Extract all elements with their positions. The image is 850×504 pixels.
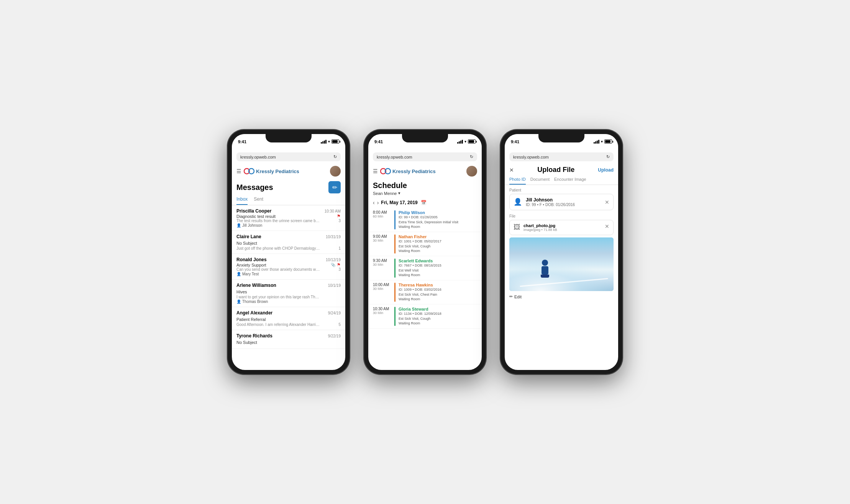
logo-svg-1: [244, 167, 254, 175]
list-item[interactable]: Ronald Jones 10/12/19 Anxiety Support 📎 …: [232, 254, 345, 280]
list-item[interactable]: Claire Lane 10/31/19 No Subject Just got…: [232, 231, 345, 254]
file-row: 🖼 chart_photo.jpg image/jpeg • 71.88 kB …: [509, 220, 614, 235]
tab-photo-id[interactable]: Photo ID: [509, 177, 526, 185]
schedule-title: Schedule: [373, 181, 407, 190]
messages-screen: Messages ✏ Inbox Sent Priscilla Cooper 1…: [232, 180, 345, 370]
app-name-1: Kressly Pediatrics: [256, 169, 299, 174]
url-bar-3[interactable]: kressly.opweb.com ↻: [509, 152, 614, 161]
appt-time: 8:00 AM: [373, 210, 391, 214]
appt-details: ID: 1001 • DOB: 05/02/2017Est Sick Visit…: [399, 239, 477, 254]
app-header-2: ☰ Kressly Pediatrics: [368, 164, 482, 180]
list-item[interactable]: Priscilla Cooper 10:30 AM Diagnostic tes…: [232, 205, 345, 231]
appt-details: ID: 99 • DOB: 01/26/2005Extra Time Sick,…: [399, 215, 477, 229]
msg-preview: Just got off the phone with CHOP Dermato…: [236, 246, 321, 250]
upload-button[interactable]: Upload: [598, 167, 614, 173]
avatar-1: [330, 166, 341, 177]
remove-patient-button[interactable]: ✕: [605, 199, 609, 205]
appt-details: ID: 1134 • DOB: 12/09/2018Est Sick Visit…: [399, 311, 477, 326]
chevron-down-icon: ▾: [398, 191, 400, 196]
msg-time: 9/22/19: [328, 334, 341, 338]
list-item[interactable]: 10:30 AM 30 Min Gloria Steward ID: 1134 …: [368, 304, 482, 329]
reload-icon-3[interactable]: ↻: [606, 154, 610, 159]
msg-preview: Can you send over those anxiety document…: [236, 267, 321, 272]
url-bar-1[interactable]: kressly.opweb.com ↻: [236, 152, 341, 161]
menu-icon-1[interactable]: ☰: [236, 168, 241, 174]
tab-document[interactable]: Document: [530, 177, 550, 185]
list-item[interactable]: Angel Alexander 9/24/19 Patient Referral…: [232, 307, 345, 330]
close-button[interactable]: ✕: [509, 167, 514, 173]
tab-sent[interactable]: Sent: [254, 196, 263, 205]
reload-icon-2[interactable]: ↻: [470, 154, 473, 159]
status-icons-1: ▾: [321, 137, 339, 144]
prev-arrow[interactable]: ‹: [373, 200, 375, 206]
wifi-icon-1: ▾: [328, 139, 330, 144]
list-item[interactable]: 8:00 AM 60 Min Philip Wilson ID: 99 • DO…: [368, 208, 482, 232]
appt-details: ID: 1009 • DOB: 03/02/2016Est Sick Visit…: [399, 287, 477, 302]
edit-button[interactable]: ✏ Edit: [509, 291, 614, 302]
time-1: 9:41: [238, 137, 246, 144]
menu-icon-2[interactable]: ☰: [373, 168, 378, 174]
remove-file-button[interactable]: ✕: [605, 223, 609, 229]
appt-time: 10:00 AM: [373, 283, 391, 287]
appt-time: 9:00 AM: [373, 234, 391, 239]
messages-title: Messages: [236, 183, 273, 192]
notch-2: [402, 134, 448, 142]
patient-meta: ID: 99 • F • DOB: 01/26/2016: [526, 203, 602, 207]
url-text-2: kressly.opweb.com: [377, 155, 412, 159]
status-icons-3: ▾: [594, 137, 612, 144]
upload-tabs: Photo ID Document Encounter Image: [505, 177, 618, 185]
appt-duration: 30 Min: [373, 287, 391, 291]
msg-patient: 👤 Jill Johnson: [236, 223, 341, 227]
next-arrow[interactable]: ›: [377, 200, 379, 206]
url-text-1: kressly.opweb.com: [240, 155, 276, 159]
msg-sender: Ronald Jones: [236, 257, 267, 262]
compose-button[interactable]: ✏: [328, 181, 341, 193]
appointment-list: 8:00 AM 60 Min Philip Wilson ID: 99 • DO…: [368, 208, 482, 370]
msg-count: 3: [338, 267, 341, 272]
msg-count: 3: [338, 219, 341, 223]
msg-time: 9/24/19: [328, 311, 341, 315]
pencil-icon: ✏: [509, 294, 513, 299]
list-item[interactable]: 10:00 AM 30 Min Theresa Hawkins ID: 1009…: [368, 280, 482, 304]
msg-time: 10/1/19: [328, 283, 341, 288]
attachment-icon: 📎: [331, 263, 335, 267]
appt-bar: [394, 234, 395, 254]
schedule-header: Schedule Sean Menne ▾: [368, 180, 482, 198]
msg-subject: Patient Referral: [236, 317, 266, 322]
list-item[interactable]: 9:00 AM 30 Min Nathan Fisher ID: 1001 • …: [368, 232, 482, 256]
appt-duration: 30 Min: [373, 239, 391, 242]
date-nav: ‹ › Fri, May 17, 2019 📅: [368, 198, 482, 208]
tab-inbox[interactable]: Inbox: [236, 196, 248, 205]
patient-icon: 👤: [236, 299, 241, 304]
status-icons-2: ▾: [457, 137, 476, 144]
list-item[interactable]: 9:30 AM 30 Min Scarlett Edwards ID: 7667…: [368, 256, 482, 280]
msg-subject: No Subject: [236, 241, 257, 245]
calendar-icon[interactable]: 📅: [421, 200, 427, 205]
reload-icon-1[interactable]: ↻: [333, 154, 337, 159]
msg-time: 10/12/19: [326, 258, 341, 262]
msg-sender: Angel Alexander: [236, 310, 272, 316]
current-date: Fri, May 17, 2019: [381, 200, 417, 205]
patient-info: Jill Johnson ID: 99 • F • DOB: 01/26/201…: [526, 197, 602, 207]
url-bar-2[interactable]: kressly.opweb.com ↻: [373, 152, 477, 161]
appt-details: ID: 7667 • DOB: 08/16/2015Est Well Visit…: [399, 263, 477, 278]
battery-icon-3: [604, 139, 612, 144]
appt-time: 9:30 AM: [373, 259, 391, 263]
schedule-user[interactable]: Sean Menne ▾: [373, 191, 477, 196]
file-info: chart_photo.jpg image/jpeg • 71.88 kB: [523, 223, 602, 232]
patient-icon: 👤: [236, 223, 241, 227]
signal-icon-2: [457, 140, 463, 144]
tab-encounter-image[interactable]: Encounter Image: [554, 177, 586, 185]
list-item[interactable]: Tyrone Richards 9/22/19 No Subject: [232, 330, 345, 349]
msg-preview: I want to get your opinion on this large…: [236, 295, 321, 299]
msg-patient: 👤 Thomas Brown: [236, 299, 341, 304]
app-logo-1: Kressly Pediatrics: [244, 167, 299, 175]
app-name-2: Kressly Pediatrics: [392, 169, 436, 174]
appt-bar: [394, 283, 395, 302]
status-bar-3: 9:41 ▾: [505, 134, 618, 151]
scene: 9:41 ▾ kressly.opweb.com ↻ ☰: [212, 114, 638, 390]
list-item[interactable]: Arlene Williamson 10/1/19 Hives I want t…: [232, 280, 345, 307]
notch-3: [538, 134, 584, 142]
rider-figure: [541, 260, 549, 278]
patient-row: 👤 Jill Johnson ID: 99 • F • DOB: 01/26/2…: [509, 194, 614, 210]
